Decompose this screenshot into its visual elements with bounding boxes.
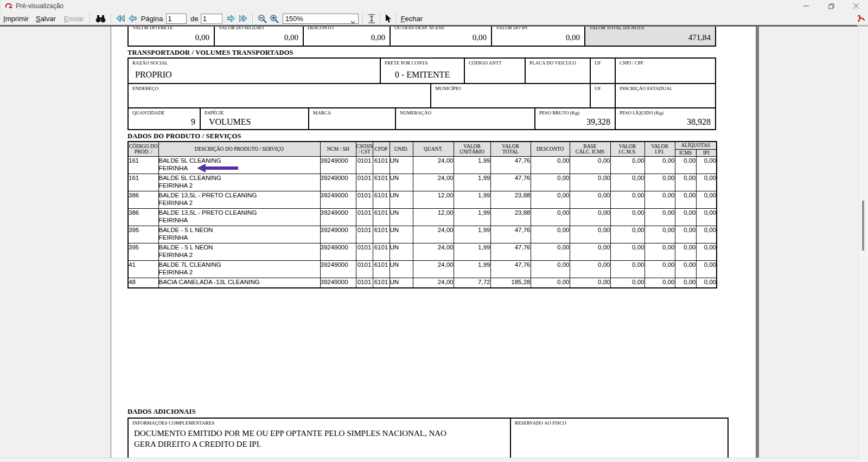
- product-cell-codigo: 386: [128, 209, 158, 226]
- field-frete-por-conta: FRETE POR CONTA 0 - EMITENTE: [380, 59, 464, 83]
- product-cell-quant: 12,00: [413, 209, 454, 226]
- maximize-button[interactable]: [819, 0, 844, 12]
- product-cell-base: 0,00: [570, 157, 610, 174]
- product-cell-aipi: 0,00: [696, 157, 717, 174]
- product-cell-codigo: 386: [128, 191, 158, 209]
- product-cell-un: UN: [390, 174, 413, 191]
- print-button[interactable]: Imprimir: [3, 15, 29, 23]
- product-cell-vipi: 0,00: [644, 243, 675, 261]
- products-tbody: 161BALDE 5L CLEANING FEIRINHA39249000010…: [128, 157, 717, 288]
- totals-section: VALOR DO FRETE 0,00 VALOR DO SEGURO 0,00…: [127, 27, 716, 47]
- product-cell-aicms: 0,00: [675, 209, 696, 226]
- product-cell-ncm: 39249000: [320, 209, 356, 226]
- fit-height-button[interactable]: [368, 14, 375, 23]
- zoom-out-button[interactable]: [258, 14, 267, 23]
- product-cell-desconto: 0,00: [531, 226, 570, 243]
- section-title-produtos: DADOS DO PRODUTO / SERVIÇOS: [127, 132, 241, 140]
- field-value: 0,00: [371, 33, 385, 42]
- product-cell-desconto: 0,00: [531, 209, 570, 226]
- horizontal-scrollbar[interactable]: [0, 458, 859, 462]
- product-cell-desc: BALDE 5L CLEANING FEIRINHA: [158, 157, 320, 174]
- minimize-button[interactable]: [794, 0, 819, 12]
- product-cell-csosn: 0101: [356, 174, 373, 191]
- field-valor-seguro: VALOR DO SEGURO 0,00: [214, 27, 303, 46]
- product-cell-aicms: 0,00: [675, 243, 696, 261]
- product-cell-un: UN: [390, 157, 413, 174]
- product-cell-vunit: 1,99: [454, 191, 490, 209]
- field-reservado-fisco: RESERVADO AO FISCO: [510, 419, 727, 462]
- product-cell-aipi: 0,00: [696, 209, 717, 226]
- product-cell-vicms: 0,00: [610, 157, 644, 174]
- field-peso-liquido: PESO LÍQUIDO (Kg) 38,928: [615, 108, 715, 130]
- zoom-in-button[interactable]: [270, 14, 279, 23]
- page-shadow: [756, 27, 759, 458]
- product-cell-vtotal: 47,76: [490, 226, 531, 243]
- info-line-1: DOCUMENTO EMITIDO POR ME OU EPP OPTANTE …: [134, 428, 446, 439]
- product-cell-desc: BACIA CANELADA -13L CLEANING: [158, 278, 320, 288]
- field-valor-total-nota: VALOR TOTAL DA NOTA 471,84: [584, 27, 715, 46]
- product-cell-desc: BALDE 13,5L - PRETO CLEANING FEIRINHA: [158, 209, 320, 226]
- zoom-level-select[interactable]: 150%: [283, 14, 359, 24]
- arrow-right-icon: [227, 15, 235, 22]
- product-cell-cfop: 6101: [373, 278, 390, 288]
- product-cell-csosn: 0101: [356, 243, 373, 261]
- field-value: 0,00: [195, 33, 209, 42]
- save-button[interactable]: Salvar: [36, 15, 56, 23]
- separator: [396, 14, 397, 23]
- first-page-button[interactable]: [117, 15, 125, 22]
- product-cell-vicms: 0,00: [610, 226, 644, 243]
- product-cell-desconto: 0,00: [531, 157, 570, 174]
- page-number-input[interactable]: [166, 14, 187, 24]
- field-label: VALOR DO FRETE: [132, 27, 173, 30]
- vertical-scrollbar-thumb[interactable]: [862, 201, 864, 251]
- product-cell-aipi: 0,00: [696, 278, 717, 288]
- vertical-scrollbar[interactable]: [858, 27, 868, 462]
- product-cell-codigo: 48: [128, 278, 158, 288]
- product-cell-desconto: 0,00: [531, 278, 570, 288]
- product-cell-ncm: 39249000: [320, 261, 356, 278]
- zoom-level-value: 150%: [285, 15, 303, 23]
- arrow-left-icon: [129, 15, 137, 22]
- close-button[interactable]: [844, 0, 868, 12]
- field-label: INSCRIÇÃO ESTADUAL: [620, 86, 673, 91]
- col-header-valor-total: VALOR TOTAL: [490, 142, 531, 157]
- field-label: VALOR DO SEGURO: [219, 27, 264, 30]
- col-header-csosn: CSOSN / CST: [356, 142, 373, 157]
- prev-page-button[interactable]: [129, 15, 137, 22]
- field-outras-despesas: OUTRAS DESP. ACESS. 0,00: [390, 27, 491, 46]
- pointer-tool-button[interactable]: [385, 14, 392, 23]
- product-cell-codigo: 161: [128, 174, 158, 191]
- section-title-dados-adicionais: DADOS ADICIONAIS: [127, 408, 196, 416]
- field-label: MUNICÍPIO: [435, 86, 461, 91]
- product-row: 161BALDE 5L CLEANING FEIRINHA 2392490000…: [128, 174, 717, 191]
- send-button[interactable]: Enviar: [64, 15, 84, 23]
- product-cell-csosn: 0101: [356, 261, 373, 278]
- field-value: 0,00: [284, 33, 298, 42]
- product-cell-quant: 24,00: [413, 261, 454, 278]
- field-label: OUTRAS DESP. ACESS.: [394, 27, 445, 30]
- field-label: RAZÃO SOCIAL: [132, 60, 168, 66]
- close-preview-button[interactable]: Fechar: [401, 15, 423, 23]
- product-cell-codigo: 161: [128, 157, 158, 174]
- magnifier-plus-icon: [270, 14, 279, 23]
- find-button[interactable]: [95, 15, 106, 23]
- col-header-quant: QUANT.: [413, 142, 454, 157]
- product-cell-aipi: 0,00: [696, 226, 717, 243]
- last-page-button[interactable]: [239, 15, 247, 22]
- product-cell-csosn: 0101: [356, 191, 373, 209]
- product-cell-base: 0,00: [570, 261, 610, 278]
- product-cell-csosn: 0101: [356, 278, 373, 288]
- products-table: CÓDIGO DO PROD. / DESCRIÇÃO DO PRODUTO /…: [127, 141, 717, 288]
- field-cnpj-cpf: CNPJ / CPF: [615, 59, 715, 83]
- field-razao-social: RAZÃO SOCIAL PROPRIO: [129, 59, 380, 83]
- separator: [362, 14, 363, 23]
- of-label: de: [190, 15, 198, 23]
- product-cell-vicms: 0,00: [610, 191, 644, 209]
- product-cell-csosn: 0101: [356, 209, 373, 226]
- col-header-desconto: DESCONTO: [531, 142, 570, 157]
- chevron-down-icon: [350, 17, 355, 25]
- application-window: { "window": { "title": "Pré-visualização…: [0, 0, 868, 462]
- next-page-button[interactable]: [227, 15, 235, 22]
- field-label: ENDEREÇO: [132, 86, 158, 91]
- product-cell-ncm: 39249000: [320, 191, 356, 209]
